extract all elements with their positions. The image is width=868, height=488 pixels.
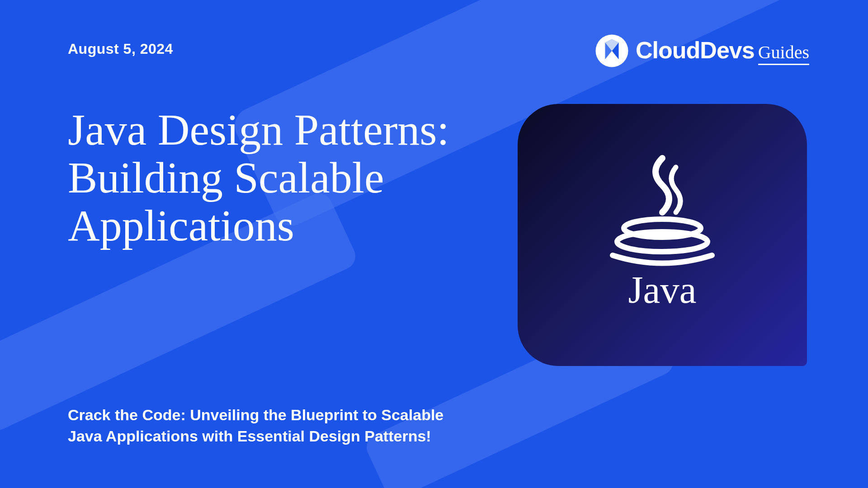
page-subtitle: Crack the Code: Unveiling the Blueprint … [68,404,475,447]
clouddevs-icon [595,34,629,68]
java-feature-card: Java [518,104,807,366]
java-text-svg: Java [628,268,696,311]
logo-main-text: CloudDevs [636,37,755,64]
publish-date: August 5, 2024 [68,41,173,57]
page-title: Java Design Patterns: Building Scalable … [68,106,452,249]
logo-sub-text: Guides [758,42,809,65]
brand-logo: CloudDevs Guides [595,34,809,68]
java-logo: Java [576,131,748,339]
